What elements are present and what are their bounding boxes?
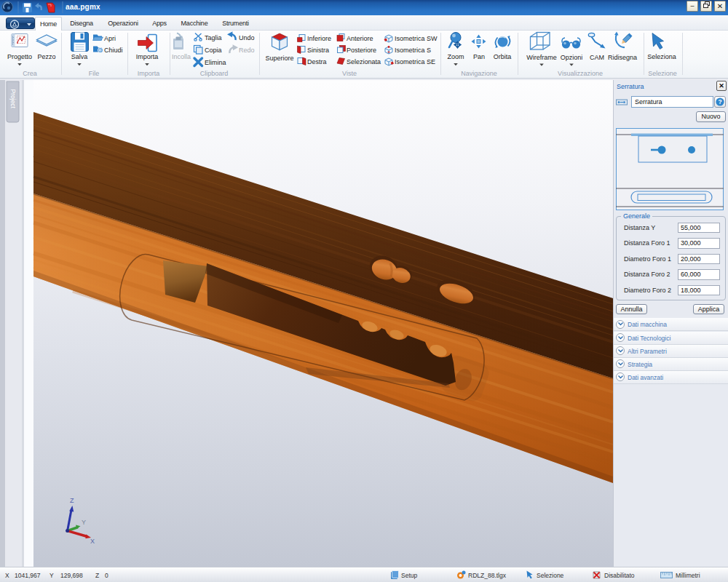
svg-text:X: X bbox=[90, 538, 95, 545]
svg-text:?: ? bbox=[718, 98, 721, 105]
svg-text:Y: Y bbox=[82, 519, 86, 526]
svg-text:Project: Project bbox=[9, 89, 17, 109]
svg-text:Z: Z bbox=[70, 497, 74, 504]
